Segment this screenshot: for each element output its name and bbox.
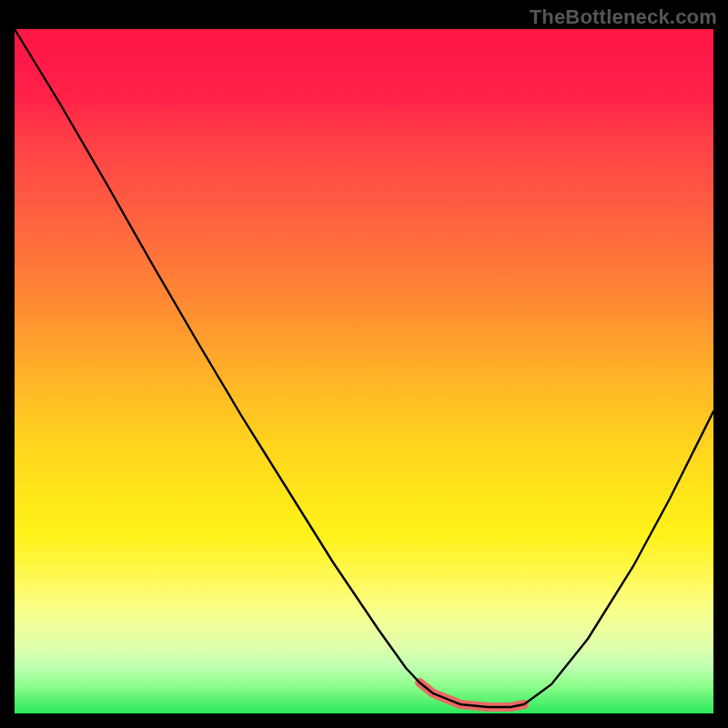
chart-stage: TheBottleneck.com [0, 0, 728, 728]
curve-layer [15, 29, 713, 713]
main-curve [15, 29, 713, 707]
plot-area [15, 29, 713, 713]
watermark-text: TheBottleneck.com [530, 5, 717, 29]
